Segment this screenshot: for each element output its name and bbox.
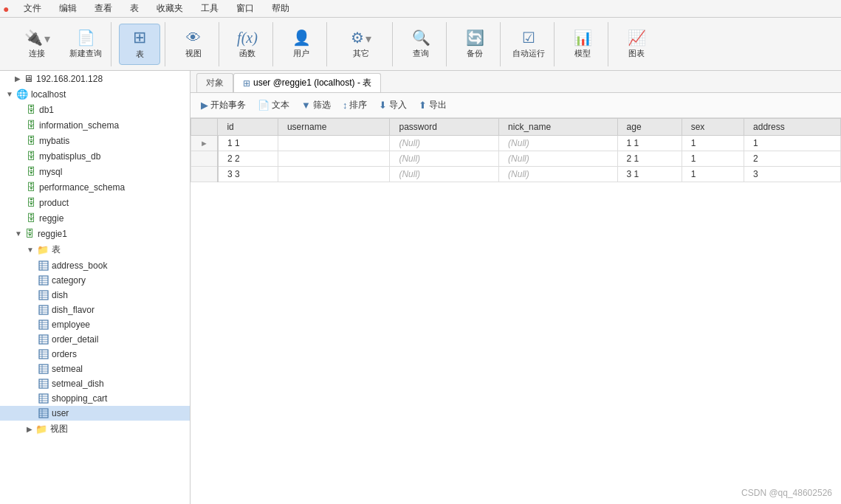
cell-age[interactable]: 1 1: [617, 136, 682, 151]
col-header-address[interactable]: address: [744, 119, 841, 136]
import-icon: ⬇: [379, 100, 387, 111]
cell-address[interactable]: 2: [744, 151, 841, 167]
content-area: 对象 ⊞ user @reggie1 (localhost) - 表 ▶ 开始事…: [190, 71, 841, 504]
cell-sex[interactable]: 1: [682, 151, 744, 167]
cell-sex[interactable]: 1: [682, 136, 744, 151]
export-button[interactable]: ⬆ 导出: [414, 97, 451, 113]
sidebar-item-user[interactable]: user: [0, 406, 190, 421]
sidebar-item-label: mysql: [39, 167, 62, 177]
menu-edit[interactable]: 编辑: [56, 1, 80, 16]
sidebar-item-label: 视图: [50, 423, 68, 435]
tab-object[interactable]: 对象: [196, 73, 233, 92]
cell-id[interactable]: 2 2: [218, 151, 278, 167]
tab-table-icon: ⊞: [243, 78, 250, 89]
col-header-nick-name[interactable]: nick_name: [499, 119, 618, 136]
cell-sex[interactable]: 1: [682, 167, 744, 182]
cell-id[interactable]: 1 1: [218, 136, 278, 151]
table-button[interactable]: ⊞ 表: [119, 24, 160, 65]
sidebar-item-reggie1[interactable]: ▼ 🗄 reggie1: [0, 226, 190, 241]
col-header-sex[interactable]: sex: [682, 119, 744, 136]
menu-view[interactable]: 查看: [92, 1, 115, 16]
sidebar-item-label: mybatis: [39, 136, 69, 146]
function-group: f(x) 函数: [222, 22, 273, 66]
cell-age[interactable]: 2 1: [617, 151, 682, 167]
sidebar-item-mybatisplus-db[interactable]: 🗄 mybatisplus_db: [0, 148, 190, 164]
cell-nick-name[interactable]: (Null): [499, 136, 618, 151]
sidebar-item-orders[interactable]: orders: [0, 347, 190, 362]
sidebar-item-dish[interactable]: dish: [0, 288, 190, 303]
sidebar-item-setmeal-dish[interactable]: setmeal_dish: [0, 376, 190, 391]
sidebar-item-information-schema[interactable]: 🗄 information_schema: [0, 117, 190, 133]
table-header-row: id username password nick_name age sex a…: [191, 119, 841, 136]
cell-password[interactable]: (Null): [390, 167, 499, 182]
sidebar-item-reggie[interactable]: 🗄 reggie: [0, 210, 190, 226]
sidebar-item-label: reggie: [39, 213, 63, 224]
tab-user-table[interactable]: ⊞ user @reggie1 (localhost) - 表: [233, 73, 381, 92]
sidebar-item-ip-server[interactable]: ▶ 🖥 192.168.201.128: [0, 71, 190, 86]
sidebar-item-dish-flavor[interactable]: dish_flavor: [0, 303, 190, 317]
user-button[interactable]: 👤 用户: [281, 24, 322, 65]
sidebar-item-label: performance_schema: [39, 182, 125, 193]
cell-address[interactable]: 3: [744, 167, 841, 182]
text-icon: 📄: [258, 100, 270, 111]
table-icon: [38, 379, 49, 389]
sidebar-item-mybatis[interactable]: 🗄 mybatis: [0, 133, 190, 148]
sidebar-item-address-book[interactable]: address_book: [0, 258, 190, 273]
cell-nick-name[interactable]: (Null): [499, 167, 618, 182]
cell-password[interactable]: (Null): [390, 136, 499, 151]
query-button[interactable]: 🔍 查询: [400, 24, 442, 65]
sidebar-item-category[interactable]: category: [0, 273, 190, 288]
menu-help[interactable]: 帮助: [269, 1, 292, 16]
import-button[interactable]: ⬇ 导入: [374, 97, 411, 113]
sidebar-item-localhost[interactable]: ▼ 🌐 localhost: [0, 86, 190, 102]
col-header-age[interactable]: age: [617, 119, 682, 136]
sidebar-item-order-detail[interactable]: order_detail: [0, 332, 190, 347]
menu-table[interactable]: 表: [127, 1, 142, 16]
sidebar-item-tables-folder[interactable]: ▼ 📁 表: [0, 241, 190, 258]
model-button[interactable]: 📊 模型: [562, 24, 603, 65]
menu-window[interactable]: 窗口: [233, 1, 257, 16]
sidebar-item-mysql[interactable]: 🗄 mysql: [0, 164, 190, 179]
sidebar-item-label: information_schema: [39, 120, 119, 131]
col-header-id[interactable]: id: [218, 119, 278, 136]
query-group: 🔍 查询: [396, 22, 447, 66]
other-group: ⚙ ▾ 其它: [330, 22, 393, 66]
filter-button[interactable]: ▼ 筛选: [297, 97, 335, 113]
text-button[interactable]: 📄 文本: [253, 97, 294, 113]
col-header-username[interactable]: username: [278, 119, 390, 136]
col-header-password[interactable]: password: [390, 119, 499, 136]
other-button[interactable]: ⚙ ▾ 其它: [334, 24, 388, 65]
cell-address[interactable]: 1: [744, 136, 841, 151]
new-query-button[interactable]: 📄 新建查询: [65, 24, 106, 65]
database-icon: 🗄: [25, 228, 35, 239]
menu-file[interactable]: 文件: [21, 1, 44, 16]
sidebar-item-performance-schema[interactable]: 🗄 performance_schema: [0, 179, 190, 195]
sidebar-item-label: category: [52, 275, 86, 286]
auto-run-button[interactable]: ☑ 自动运行: [508, 24, 549, 65]
sidebar-item-views-folder[interactable]: ▶ 📁 视图: [0, 421, 190, 438]
cell-id[interactable]: 3 3: [218, 167, 278, 182]
cell-age[interactable]: 3 1: [617, 167, 682, 182]
cell-username[interactable]: [278, 136, 390, 151]
begin-transaction-button[interactable]: ▶ 开始事务: [196, 97, 250, 113]
main-toolbar: 🔌 ▾ 连接 📄 新建查询 ⊞ 表 👁 视图 f(x) 函数 👤: [0, 18, 841, 71]
sidebar-item-employee[interactable]: employee: [0, 317, 190, 332]
cell-username[interactable]: [278, 167, 390, 182]
sort-button[interactable]: ↕ 排序: [338, 97, 372, 113]
function-button[interactable]: f(x) 函数: [227, 24, 268, 65]
connect-button[interactable]: 🔌 ▾ 连接: [10, 24, 63, 65]
sidebar-item-db1[interactable]: 🗄 db1: [0, 102, 190, 117]
sidebar-item-shopping-cart[interactable]: shopping_cart: [0, 391, 190, 406]
view-button[interactable]: 👁 视图: [173, 24, 214, 65]
chart-button[interactable]: 📈 图表: [616, 24, 657, 65]
table-icon: [38, 305, 49, 315]
cell-nick-name[interactable]: (Null): [499, 151, 618, 167]
backup-button[interactable]: 🔄 备份: [454, 24, 495, 65]
cell-username[interactable]: [278, 151, 390, 167]
sidebar-item-product[interactable]: 🗄 product: [0, 195, 190, 210]
menu-tools[interactable]: 工具: [198, 1, 222, 16]
menu-favorites[interactable]: 收藏夹: [154, 1, 186, 16]
sidebar-item-setmeal[interactable]: setmeal: [0, 362, 190, 376]
cell-password[interactable]: (Null): [390, 151, 499, 167]
sidebar-item-label: dish_flavor: [52, 305, 95, 315]
